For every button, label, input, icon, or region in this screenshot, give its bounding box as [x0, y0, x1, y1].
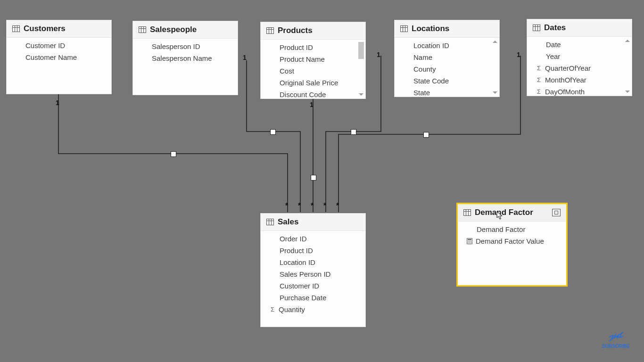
svg-point-32 — [471, 241, 471, 242]
table-title: Products — [278, 26, 313, 35]
table-header[interactable]: Locations — [395, 20, 499, 38]
field-row[interactable]: Cost — [261, 65, 365, 77]
table-title: Demand Factor — [475, 208, 533, 217]
cardinality-one: 1 — [517, 51, 520, 58]
field-row[interactable]: Date — [527, 39, 632, 50]
cardinality-one: 1 — [377, 51, 380, 58]
svg-rect-0 — [13, 26, 20, 32]
table-header[interactable]: Products — [261, 22, 365, 40]
field-row[interactable]: Order ID — [261, 233, 365, 245]
field-row[interactable]: Sales Person ID — [261, 268, 365, 280]
field-row[interactable]: Product ID — [261, 41, 365, 53]
field-row[interactable]: Customer ID — [7, 40, 111, 51]
svg-rect-16 — [533, 25, 540, 31]
field-row[interactable]: Customer Name — [7, 51, 111, 63]
cardinality-many: * — [323, 202, 326, 210]
table-header[interactable]: Demand Factor — [458, 204, 566, 222]
field-row[interactable]: County — [395, 63, 499, 75]
cardinality-one: 1 — [310, 101, 314, 108]
field-row[interactable]: ΣQuarterOfYear — [527, 62, 632, 74]
table-header[interactable]: Customers — [7, 20, 111, 38]
field-row[interactable]: Salesperson Name — [133, 52, 238, 64]
field-row[interactable]: State — [395, 87, 499, 97]
field-row[interactable]: Year — [527, 50, 632, 62]
cardinality-many: * — [298, 202, 301, 210]
scrollbar[interactable] — [358, 42, 364, 96]
cardinality-many: * — [311, 202, 314, 210]
table-salespeople[interactable]: Salespeople Salesperson ID Salesperson N… — [132, 21, 238, 95]
full-screen-icon[interactable] — [552, 209, 561, 216]
field-row[interactable]: Location ID — [261, 256, 365, 268]
table-customers[interactable]: Customers Customer ID Customer Name — [6, 20, 112, 94]
relationship-filter-node — [270, 129, 276, 135]
field-row[interactable]: Product Name — [261, 53, 365, 65]
svg-rect-20 — [267, 219, 274, 225]
table-title: Dates — [544, 23, 566, 33]
dna-icon — [608, 330, 625, 343]
field-row[interactable]: ΣMonthOfYear — [527, 74, 632, 86]
svg-line-38 — [617, 335, 619, 338]
scroll-down-icon[interactable] — [625, 90, 630, 93]
table-icon — [533, 25, 540, 31]
svg-rect-8 — [267, 28, 274, 34]
table-icon — [266, 219, 274, 225]
svg-point-34 — [469, 242, 470, 243]
scroll-down-icon[interactable] — [359, 93, 363, 96]
cardinality-many: * — [336, 202, 339, 210]
table-title: Locations — [412, 24, 449, 33]
cardinality-many: * — [285, 202, 288, 210]
field-row[interactable]: Salesperson ID — [133, 41, 238, 52]
svg-rect-4 — [139, 27, 146, 33]
table-title: Salespeople — [150, 25, 197, 34]
field-row[interactable]: ΣQuantity — [261, 304, 365, 315]
relationship-filter-node — [311, 175, 316, 181]
svg-point-31 — [469, 241, 470, 242]
svg-rect-24 — [464, 210, 471, 216]
field-row[interactable]: Location ID — [395, 40, 499, 51]
calculator-icon — [466, 238, 473, 244]
sigma-icon: Σ — [536, 76, 542, 83]
relationship-filter-node — [171, 151, 176, 157]
relationship-filter-node — [351, 129, 356, 135]
svg-point-35 — [471, 242, 471, 243]
svg-point-33 — [468, 242, 469, 243]
cardinality-one: 1 — [56, 99, 59, 107]
svg-rect-12 — [401, 26, 408, 32]
field-row[interactable]: Original Sale Price — [261, 77, 365, 89]
table-icon — [139, 26, 146, 33]
field-row[interactable]: Demand Factor Value — [458, 235, 566, 247]
sigma-icon: Σ — [536, 88, 542, 95]
table-icon — [266, 27, 274, 34]
field-row[interactable]: Name — [395, 51, 499, 63]
subscribe-badge[interactable]: SUBSCRIBE — [602, 330, 630, 349]
field-row[interactable]: Discount Code — [261, 89, 365, 99]
relationship-filter-node — [423, 132, 429, 138]
scrollbar[interactable] — [624, 40, 631, 93]
sigma-icon: Σ — [536, 65, 542, 72]
table-dates[interactable]: Dates Date Year ΣQuarterOfYear ΣMonthOfY… — [527, 19, 632, 96]
scrollbar[interactable] — [492, 41, 498, 94]
field-row[interactable]: State Code — [395, 75, 499, 87]
table-sales[interactable]: Sales Order ID Product ID Location ID Sa… — [260, 213, 366, 327]
table-icon — [463, 209, 471, 216]
field-row[interactable]: ΣDayOfMonth — [527, 86, 632, 96]
table-header[interactable]: Sales — [261, 214, 365, 231]
scroll-up-icon[interactable] — [625, 40, 630, 42]
scroll-down-icon[interactable] — [493, 91, 497, 94]
field-row[interactable]: Product ID — [261, 245, 365, 256]
table-header[interactable]: Dates — [527, 19, 632, 37]
table-locations[interactable]: Locations Location ID Name County State … — [394, 20, 500, 97]
field-row[interactable]: Purchase Date — [261, 292, 365, 304]
table-header[interactable]: Salespeople — [133, 21, 238, 39]
field-row[interactable]: Demand Factor — [458, 223, 566, 235]
svg-rect-29 — [468, 239, 471, 240]
scroll-up-icon[interactable] — [493, 41, 497, 43]
table-title: Customers — [24, 24, 66, 33]
table-icon — [12, 25, 20, 32]
cardinality-one: 1 — [243, 54, 247, 61]
table-products[interactable]: Products Product ID Product Name Cost Or… — [260, 22, 366, 99]
svg-point-30 — [468, 241, 469, 242]
table-demand-factor[interactable]: Demand Factor Demand Factor Demand Facto… — [456, 203, 568, 287]
field-row[interactable]: Customer ID — [261, 280, 365, 292]
scroll-thumb[interactable] — [358, 42, 364, 59]
